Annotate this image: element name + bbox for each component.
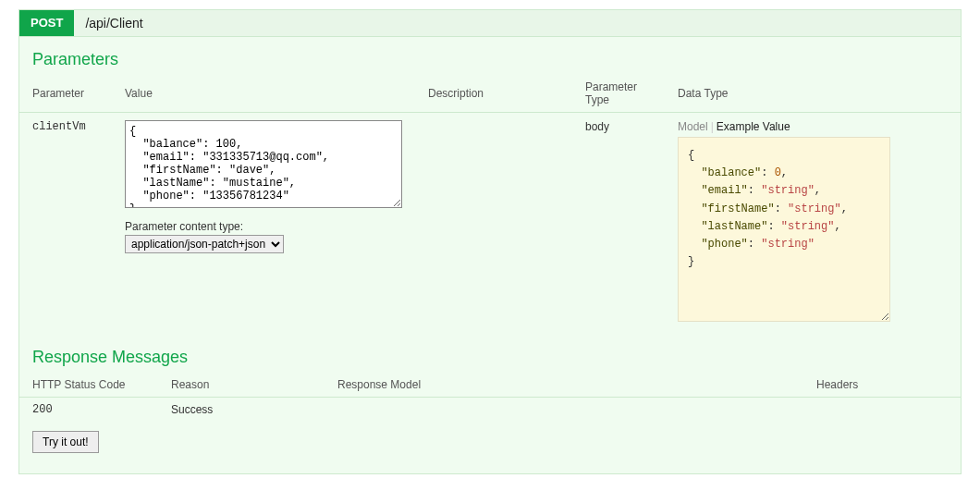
parameter-description xyxy=(415,113,572,330)
response-row: 200Success xyxy=(19,398,961,423)
parameter-name: clientVm xyxy=(19,113,112,330)
parameters-header-parameter: Parameter xyxy=(19,75,112,113)
parameters-title: Parameters xyxy=(19,37,961,75)
responses-table: HTTP Status Code Reason Response Model H… xyxy=(19,373,961,422)
response-model xyxy=(325,398,803,423)
responses-header-status: HTTP Status Code xyxy=(19,373,158,398)
tab-separator: | xyxy=(708,120,717,133)
parameters-header-value: Value xyxy=(112,75,415,113)
tab-model[interactable]: Model xyxy=(678,120,708,133)
parameters-table: Parameter Value Description Parameter Ty… xyxy=(19,75,961,329)
parameter-type-value: body xyxy=(572,113,665,330)
responses-title: Response Messages xyxy=(19,329,961,373)
responses-header-model: Response Model xyxy=(325,373,803,398)
responses-header-reason: Reason xyxy=(158,373,325,398)
response-reason: Success xyxy=(158,398,325,423)
response-headers xyxy=(803,398,961,423)
operation-header[interactable]: POST /api/Client xyxy=(19,10,961,37)
content-type-select[interactable]: application/json-patch+json xyxy=(125,235,284,253)
parameters-header-type: Parameter Type xyxy=(572,75,665,113)
operation-panel: POST /api/Client Parameters Parameter Va… xyxy=(18,9,962,474)
parameters-header-description: Description xyxy=(415,75,572,113)
responses-header-headers: Headers xyxy=(803,373,961,398)
parameter-body-textarea[interactable] xyxy=(125,120,402,208)
response-status-code: 200 xyxy=(19,398,158,423)
http-method-badge: POST xyxy=(19,10,74,36)
operation-path: /api/Client xyxy=(74,10,153,36)
parameter-row: clientVm Parameter content type: applica… xyxy=(19,113,961,330)
try-it-out-button[interactable]: Try it out! xyxy=(32,431,99,453)
content-type-label: Parameter content type: xyxy=(125,220,402,233)
parameters-header-datatype: Data Type xyxy=(665,75,961,113)
example-value-box[interactable]: { "balance": 0, "email": "string", "firs… xyxy=(678,137,890,322)
tab-example-value[interactable]: Example Value xyxy=(717,120,790,133)
